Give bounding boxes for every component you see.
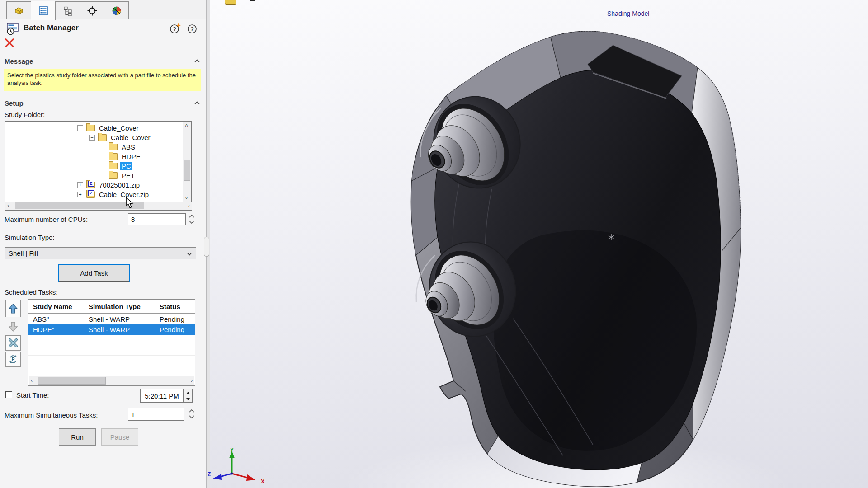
- tree-item[interactable]: ABS: [5, 142, 183, 152]
- arrow-down-icon: [9, 322, 18, 332]
- tree-item[interactable]: + Cable_Cover.zip: [5, 190, 183, 199]
- divider: [0, 53, 206, 53]
- scroll-right-icon[interactable]: ›: [188, 203, 190, 208]
- z-axis-arrow: [213, 474, 222, 480]
- folder-icon: [98, 134, 107, 141]
- tree-expander[interactable]: +: [77, 192, 83, 197]
- table-column-header[interactable]: Study Name: [28, 300, 84, 313]
- task-status: Pending: [155, 314, 195, 324]
- task-row-empty: [28, 345, 195, 356]
- scheduled-tasks-table[interactable]: Study Name Simulation Type Status ABS" S…: [28, 299, 195, 386]
- tree-item[interactable]: − Cable_Cover: [5, 133, 183, 142]
- task-row[interactable]: ABS" Shell - WARP Pending: [28, 314, 195, 324]
- tree-item-label[interactable]: Cable_Cover.zip: [98, 191, 150, 198]
- max-tasks-stepper[interactable]: [189, 408, 195, 420]
- simulation-type-label: Simulation Type:: [5, 234, 55, 241]
- spin-up-icon[interactable]: [184, 389, 192, 396]
- spin-down-icon[interactable]: [189, 219, 195, 225]
- tree-item-label[interactable]: Cable_Cover: [98, 124, 140, 132]
- task-row[interactable]: HDPE" Shell - WARP Pending: [28, 324, 195, 335]
- scheduled-tasks-label: Scheduled Tasks:: [5, 288, 57, 296]
- tree-item-label[interactable]: PET: [120, 172, 136, 179]
- spin-up-icon[interactable]: [189, 214, 195, 219]
- task-study-name: HDPE": [28, 324, 84, 334]
- start-time-input[interactable]: 5:20:11 PM: [140, 389, 184, 403]
- panel-splitter-handle[interactable]: [204, 237, 209, 257]
- scroll-right-icon[interactable]: ›: [191, 378, 193, 383]
- setup-section-header[interactable]: Setup: [5, 99, 202, 108]
- tree-item-label[interactable]: HDPE: [120, 153, 142, 160]
- message-section-title: Message: [5, 57, 33, 65]
- collapse-chevron-icon[interactable]: [194, 101, 200, 105]
- tree-item-label[interactable]: 70025001.zip: [98, 181, 141, 189]
- tab-features[interactable]: [6, 1, 31, 19]
- max-tasks-input[interactable]: 1: [128, 408, 184, 421]
- simulation-type-select[interactable]: Shell | Fill: [5, 247, 196, 259]
- cpu-count-input[interactable]: 8: [128, 213, 186, 225]
- study-folder-tree[interactable]: − Cable_Cover − Cable_Cover ABS HDPE PC: [5, 121, 192, 211]
- help-icon[interactable]: ?: [186, 23, 198, 34]
- run-button[interactable]: Run: [59, 428, 96, 446]
- scrollbar-thumb[interactable]: [184, 160, 190, 181]
- scrollbar-thumb[interactable]: [38, 377, 106, 385]
- tree-item-label[interactable]: PC: [120, 162, 132, 170]
- spin-up-icon[interactable]: [189, 408, 195, 414]
- tree-item[interactable]: PET: [5, 171, 183, 180]
- dropdown-chevron-icon: [187, 252, 192, 256]
- mouse-cursor: [125, 197, 135, 209]
- delete-x-icon: [9, 338, 18, 347]
- close-button[interactable]: [5, 38, 14, 48]
- move-task-up-button[interactable]: [5, 300, 21, 317]
- cpu-settings-button[interactable]: P: [5, 352, 21, 367]
- part-icon: [13, 5, 25, 16]
- task-row-empty: [28, 366, 195, 376]
- svg-text:?: ?: [173, 26, 176, 33]
- whats-new-help-icon[interactable]: ?: [169, 23, 181, 34]
- tree-item[interactable]: PC: [5, 161, 183, 171]
- scroll-up-icon[interactable]: ˄: [185, 123, 188, 128]
- tree-item[interactable]: − Cable_Cover: [5, 123, 183, 133]
- collapse-chevron-icon[interactable]: [194, 59, 200, 63]
- cable-cover-model[interactable]: [206, 0, 868, 488]
- tab-display-manager[interactable]: [104, 1, 129, 19]
- spin-down-icon[interactable]: [189, 414, 195, 419]
- spin-down-icon[interactable]: [184, 396, 192, 402]
- tree-item[interactable]: HDPE: [5, 152, 183, 161]
- arrow-up-icon: [9, 304, 18, 314]
- tree-expander[interactable]: +: [77, 182, 83, 188]
- table-column-header[interactable]: Status: [155, 300, 195, 313]
- setup-section-title: Setup: [5, 99, 24, 107]
- cpu-count-stepper[interactable]: [189, 214, 195, 225]
- tree-item-label[interactable]: ABS: [120, 143, 137, 151]
- max-tasks-value: 1: [131, 411, 135, 418]
- tree-expander[interactable]: −: [89, 135, 95, 141]
- table-column-header[interactable]: Simulation Type: [84, 300, 155, 313]
- folder-icon: [109, 172, 118, 179]
- delete-task-button[interactable]: [5, 335, 21, 351]
- scroll-left-icon[interactable]: ‹: [7, 203, 9, 208]
- move-task-down-button[interactable]: [5, 319, 21, 334]
- task-simulation-type: Shell - WARP: [84, 314, 155, 324]
- z-axis-label: Z: [208, 471, 211, 478]
- y-axis-label: Y: [230, 447, 234, 453]
- task-status: Pending: [155, 324, 195, 334]
- scroll-left-icon[interactable]: ‹: [31, 378, 33, 383]
- pause-button[interactable]: Pause: [101, 428, 138, 446]
- start-time-checkbox[interactable]: [5, 391, 12, 398]
- tree-vertical-scrollbar[interactable]: ˄ ˅: [183, 122, 191, 202]
- tab-property-manager[interactable]: [31, 1, 56, 20]
- tree-horizontal-scrollbar[interactable]: ‹ ›: [5, 202, 192, 210]
- tab-configurations[interactable]: [55, 1, 80, 19]
- table-horizontal-scrollbar[interactable]: ‹ ›: [29, 376, 194, 385]
- study-folder-label: Study Folder:: [5, 111, 45, 118]
- solidworks-plastics-window: Batch Manager ? ? Message: [0, 0, 868, 488]
- start-time-stepper[interactable]: [183, 389, 193, 403]
- scroll-down-icon[interactable]: ˅: [185, 196, 188, 201]
- add-task-button[interactable]: Add Task: [59, 265, 129, 282]
- configuration-tree-icon: [62, 5, 74, 16]
- tab-dimxpert[interactable]: [80, 1, 104, 19]
- tree-expander[interactable]: −: [77, 125, 83, 131]
- message-section-header[interactable]: Message: [5, 57, 202, 66]
- tree-item-label[interactable]: Cable_Cover: [109, 134, 152, 141]
- tree-item[interactable]: + 70025001.zip: [5, 180, 183, 190]
